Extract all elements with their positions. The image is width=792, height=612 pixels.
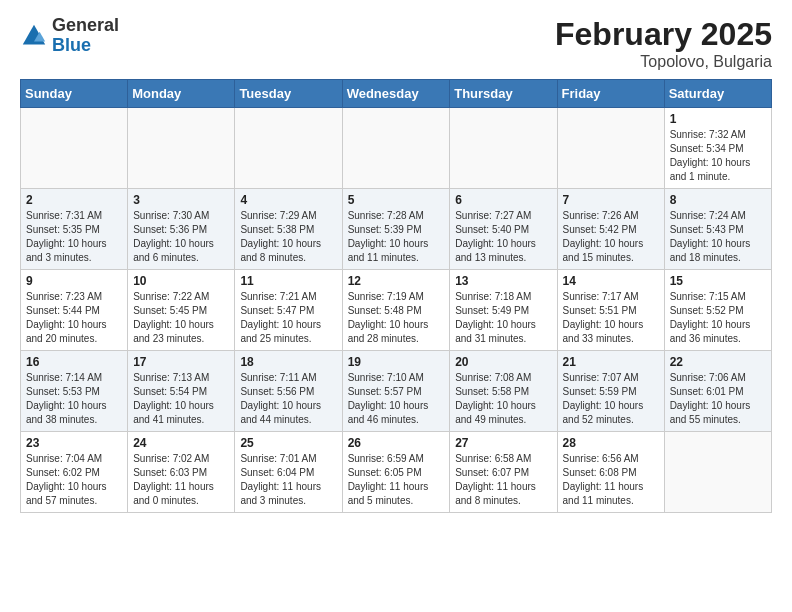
day-info: Sunrise: 7:15 AM Sunset: 5:52 PM Dayligh…: [670, 290, 766, 346]
day-number: 16: [26, 355, 122, 369]
day-number: 12: [348, 274, 445, 288]
calendar-cell: 28Sunrise: 6:56 AM Sunset: 6:08 PM Dayli…: [557, 432, 664, 513]
calendar-cell: 7Sunrise: 7:26 AM Sunset: 5:42 PM Daylig…: [557, 189, 664, 270]
calendar-cell: 3Sunrise: 7:30 AM Sunset: 5:36 PM Daylig…: [128, 189, 235, 270]
day-number: 23: [26, 436, 122, 450]
day-number: 26: [348, 436, 445, 450]
weekday-header-row: SundayMondayTuesdayWednesdayThursdayFrid…: [21, 80, 772, 108]
day-number: 6: [455, 193, 551, 207]
day-number: 8: [670, 193, 766, 207]
calendar-cell: 22Sunrise: 7:06 AM Sunset: 6:01 PM Dayli…: [664, 351, 771, 432]
day-number: 27: [455, 436, 551, 450]
day-number: 20: [455, 355, 551, 369]
calendar-cell: 2Sunrise: 7:31 AM Sunset: 5:35 PM Daylig…: [21, 189, 128, 270]
day-info: Sunrise: 7:04 AM Sunset: 6:02 PM Dayligh…: [26, 452, 122, 508]
day-number: 11: [240, 274, 336, 288]
day-info: Sunrise: 7:29 AM Sunset: 5:38 PM Dayligh…: [240, 209, 336, 265]
page-header: General Blue February 2025 Topolovo, Bul…: [20, 16, 772, 71]
day-number: 2: [26, 193, 122, 207]
day-number: 21: [563, 355, 659, 369]
day-number: 25: [240, 436, 336, 450]
day-number: 5: [348, 193, 445, 207]
calendar-cell: [342, 108, 450, 189]
calendar-week-1: 1Sunrise: 7:32 AM Sunset: 5:34 PM Daylig…: [21, 108, 772, 189]
weekday-monday: Monday: [128, 80, 235, 108]
day-info: Sunrise: 7:13 AM Sunset: 5:54 PM Dayligh…: [133, 371, 229, 427]
weekday-thursday: Thursday: [450, 80, 557, 108]
calendar-cell: 18Sunrise: 7:11 AM Sunset: 5:56 PM Dayli…: [235, 351, 342, 432]
calendar-cell: 26Sunrise: 6:59 AM Sunset: 6:05 PM Dayli…: [342, 432, 450, 513]
calendar-cell: 13Sunrise: 7:18 AM Sunset: 5:49 PM Dayli…: [450, 270, 557, 351]
day-info: Sunrise: 7:18 AM Sunset: 5:49 PM Dayligh…: [455, 290, 551, 346]
day-number: 17: [133, 355, 229, 369]
weekday-sunday: Sunday: [21, 80, 128, 108]
day-info: Sunrise: 7:24 AM Sunset: 5:43 PM Dayligh…: [670, 209, 766, 265]
day-info: Sunrise: 6:59 AM Sunset: 6:05 PM Dayligh…: [348, 452, 445, 508]
calendar-cell: [128, 108, 235, 189]
day-info: Sunrise: 7:26 AM Sunset: 5:42 PM Dayligh…: [563, 209, 659, 265]
day-info: Sunrise: 7:08 AM Sunset: 5:58 PM Dayligh…: [455, 371, 551, 427]
day-info: Sunrise: 7:14 AM Sunset: 5:53 PM Dayligh…: [26, 371, 122, 427]
day-number: 18: [240, 355, 336, 369]
calendar-cell: [21, 108, 128, 189]
calendar-cell: 24Sunrise: 7:02 AM Sunset: 6:03 PM Dayli…: [128, 432, 235, 513]
calendar-cell: [450, 108, 557, 189]
day-info: Sunrise: 7:28 AM Sunset: 5:39 PM Dayligh…: [348, 209, 445, 265]
day-info: Sunrise: 7:10 AM Sunset: 5:57 PM Dayligh…: [348, 371, 445, 427]
day-number: 19: [348, 355, 445, 369]
day-number: 24: [133, 436, 229, 450]
weekday-wednesday: Wednesday: [342, 80, 450, 108]
calendar-cell: 15Sunrise: 7:15 AM Sunset: 5:52 PM Dayli…: [664, 270, 771, 351]
day-info: Sunrise: 7:01 AM Sunset: 6:04 PM Dayligh…: [240, 452, 336, 508]
day-info: Sunrise: 7:19 AM Sunset: 5:48 PM Dayligh…: [348, 290, 445, 346]
day-info: Sunrise: 7:07 AM Sunset: 5:59 PM Dayligh…: [563, 371, 659, 427]
calendar-cell: 20Sunrise: 7:08 AM Sunset: 5:58 PM Dayli…: [450, 351, 557, 432]
day-number: 4: [240, 193, 336, 207]
day-info: Sunrise: 7:06 AM Sunset: 6:01 PM Dayligh…: [670, 371, 766, 427]
day-info: Sunrise: 7:21 AM Sunset: 5:47 PM Dayligh…: [240, 290, 336, 346]
calendar-cell: 23Sunrise: 7:04 AM Sunset: 6:02 PM Dayli…: [21, 432, 128, 513]
day-info: Sunrise: 7:11 AM Sunset: 5:56 PM Dayligh…: [240, 371, 336, 427]
logo: General Blue: [20, 16, 119, 56]
day-number: 13: [455, 274, 551, 288]
calendar-cell: 25Sunrise: 7:01 AM Sunset: 6:04 PM Dayli…: [235, 432, 342, 513]
day-info: Sunrise: 7:32 AM Sunset: 5:34 PM Dayligh…: [670, 128, 766, 184]
calendar-cell: 9Sunrise: 7:23 AM Sunset: 5:44 PM Daylig…: [21, 270, 128, 351]
calendar-cell: 11Sunrise: 7:21 AM Sunset: 5:47 PM Dayli…: [235, 270, 342, 351]
calendar-week-5: 23Sunrise: 7:04 AM Sunset: 6:02 PM Dayli…: [21, 432, 772, 513]
day-number: 14: [563, 274, 659, 288]
day-info: Sunrise: 7:17 AM Sunset: 5:51 PM Dayligh…: [563, 290, 659, 346]
calendar-cell: 19Sunrise: 7:10 AM Sunset: 5:57 PM Dayli…: [342, 351, 450, 432]
calendar-cell: 6Sunrise: 7:27 AM Sunset: 5:40 PM Daylig…: [450, 189, 557, 270]
day-number: 28: [563, 436, 659, 450]
day-number: 3: [133, 193, 229, 207]
day-number: 22: [670, 355, 766, 369]
calendar-cell: [557, 108, 664, 189]
day-info: Sunrise: 6:56 AM Sunset: 6:08 PM Dayligh…: [563, 452, 659, 508]
day-number: 15: [670, 274, 766, 288]
calendar-week-2: 2Sunrise: 7:31 AM Sunset: 5:35 PM Daylig…: [21, 189, 772, 270]
day-info: Sunrise: 7:27 AM Sunset: 5:40 PM Dayligh…: [455, 209, 551, 265]
day-number: 10: [133, 274, 229, 288]
day-info: Sunrise: 6:58 AM Sunset: 6:07 PM Dayligh…: [455, 452, 551, 508]
calendar: SundayMondayTuesdayWednesdayThursdayFrid…: [20, 79, 772, 513]
calendar-week-3: 9Sunrise: 7:23 AM Sunset: 5:44 PM Daylig…: [21, 270, 772, 351]
calendar-cell: 8Sunrise: 7:24 AM Sunset: 5:43 PM Daylig…: [664, 189, 771, 270]
calendar-cell: 4Sunrise: 7:29 AM Sunset: 5:38 PM Daylig…: [235, 189, 342, 270]
weekday-friday: Friday: [557, 80, 664, 108]
day-number: 1: [670, 112, 766, 126]
logo-text: General Blue: [52, 16, 119, 56]
day-info: Sunrise: 7:22 AM Sunset: 5:45 PM Dayligh…: [133, 290, 229, 346]
weekday-tuesday: Tuesday: [235, 80, 342, 108]
location: Topolovo, Bulgaria: [555, 53, 772, 71]
title-block: February 2025 Topolovo, Bulgaria: [555, 16, 772, 71]
calendar-cell: 1Sunrise: 7:32 AM Sunset: 5:34 PM Daylig…: [664, 108, 771, 189]
calendar-cell: 16Sunrise: 7:14 AM Sunset: 5:53 PM Dayli…: [21, 351, 128, 432]
weekday-saturday: Saturday: [664, 80, 771, 108]
calendar-cell: 21Sunrise: 7:07 AM Sunset: 5:59 PM Dayli…: [557, 351, 664, 432]
month-title: February 2025: [555, 16, 772, 53]
calendar-cell: 10Sunrise: 7:22 AM Sunset: 5:45 PM Dayli…: [128, 270, 235, 351]
logo-blue: Blue: [52, 36, 119, 56]
day-number: 7: [563, 193, 659, 207]
day-info: Sunrise: 7:30 AM Sunset: 5:36 PM Dayligh…: [133, 209, 229, 265]
